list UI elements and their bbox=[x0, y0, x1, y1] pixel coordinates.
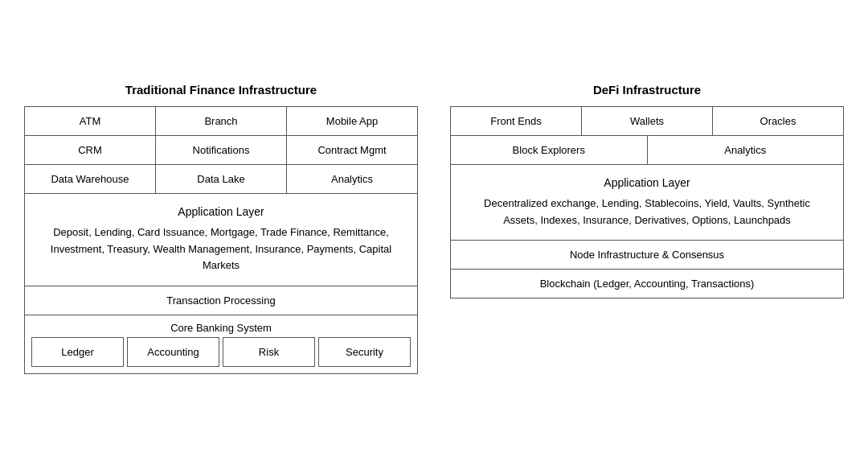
trad-finance-section: Traditional Finance Infrastructure ATM B… bbox=[24, 83, 418, 374]
trad-core-banking: Core Banking System Ledger Accounting Ri… bbox=[24, 315, 418, 374]
trad-mobile-app: Mobile App bbox=[287, 107, 417, 135]
trad-crm: CRM bbox=[25, 136, 156, 164]
defi-app-layer-desc: Decentralized exchange, Lending, Stablec… bbox=[467, 196, 827, 229]
trad-branch: Branch bbox=[156, 107, 287, 135]
trad-atm: ATM bbox=[25, 107, 156, 135]
trad-core-security: Security bbox=[318, 337, 411, 367]
defi-block-explorers: Block Explorers bbox=[451, 136, 648, 164]
trad-core-ledger: Ledger bbox=[31, 337, 124, 367]
trad-contract-mgmt: Contract Mgmt bbox=[287, 136, 417, 164]
defi-front-ends: Front Ends bbox=[451, 107, 582, 135]
defi-wallets: Wallets bbox=[582, 107, 713, 135]
trad-notifications: Notifications bbox=[156, 136, 287, 164]
trad-core-cells: Ledger Accounting Risk Security bbox=[25, 337, 417, 373]
trad-app-layer: Application Layer Deposit, Lending, Card… bbox=[24, 193, 418, 286]
defi-blockchain: Blockchain (Ledger, Accounting, Transact… bbox=[450, 269, 844, 298]
defi-analytics: Analytics bbox=[648, 136, 844, 164]
trad-app-layer-title: Application Layer bbox=[41, 205, 401, 218]
trad-data-warehouse: Data Warehouse bbox=[25, 165, 156, 193]
defi-node-infra: Node Infrastructure & Consensus bbox=[450, 240, 844, 269]
trad-core-risk: Risk bbox=[223, 337, 315, 367]
trad-app-layer-desc: Deposit, Lending, Card Issuance, Mortgag… bbox=[41, 224, 401, 274]
trad-tx-processing: Transaction Processing bbox=[24, 286, 418, 315]
trad-core-title: Core Banking System bbox=[25, 315, 417, 337]
trad-data-lake: Data Lake bbox=[156, 165, 287, 193]
defi-section: DeFi Infrastructure Front Ends Wallets O… bbox=[450, 83, 844, 374]
defi-oracles: Oracles bbox=[713, 107, 843, 135]
defi-app-layer: Application Layer Decentralized exchange… bbox=[450, 164, 844, 241]
trad-core-accounting: Accounting bbox=[127, 337, 219, 367]
trad-analytics: Analytics bbox=[287, 165, 417, 193]
defi-title: DeFi Infrastructure bbox=[450, 83, 844, 97]
trad-title: Traditional Finance Infrastructure bbox=[24, 83, 418, 97]
defi-app-layer-title: Application Layer bbox=[467, 176, 827, 189]
